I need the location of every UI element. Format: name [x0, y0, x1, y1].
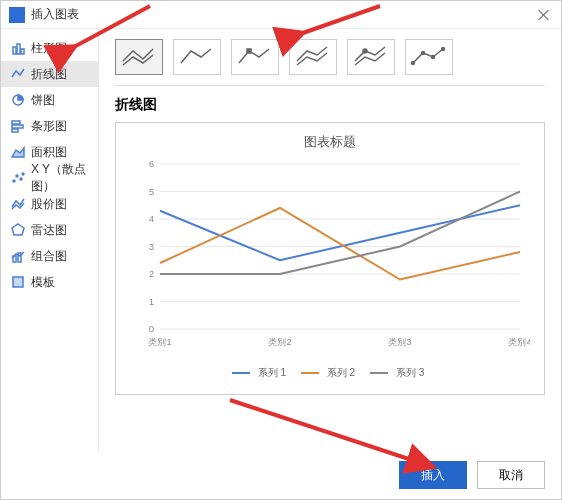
svg-rect-0 — [13, 47, 16, 54]
sidebar-item-pie[interactable]: 饼图 — [1, 87, 98, 113]
subtype-row — [115, 39, 545, 86]
sidebar-item-label: 柱形图 — [31, 40, 67, 57]
template-icon — [11, 275, 25, 289]
sidebar-item-label: X Y（散点图） — [31, 161, 98, 195]
subtype-option-2[interactable] — [173, 39, 221, 75]
sidebar-item-label: 饼图 — [31, 92, 55, 109]
sidebar-item-label: 条形图 — [31, 118, 67, 135]
sidebar-item-label: 股价图 — [31, 196, 67, 213]
svg-rect-14 — [18, 253, 21, 262]
area-icon — [11, 145, 25, 159]
section-title: 折线图 — [115, 96, 545, 114]
scatter-icon — [11, 171, 25, 185]
sidebar-item-bar[interactable]: 条形图 — [1, 113, 98, 139]
column-icon — [11, 41, 25, 55]
subtype-option-3[interactable] — [231, 39, 279, 75]
subtype-option-4[interactable] — [289, 39, 337, 75]
svg-rect-15 — [13, 277, 23, 287]
dialog-footer: 插入 取消 — [1, 451, 561, 499]
svg-point-18 — [412, 62, 415, 65]
sidebar-item-label: 组合图 — [31, 248, 67, 265]
sidebar-item-label: 折线图 — [31, 66, 67, 83]
svg-point-10 — [20, 178, 22, 180]
svg-rect-6 — [12, 129, 18, 132]
svg-text:5: 5 — [149, 187, 154, 197]
svg-rect-2 — [21, 49, 24, 54]
sidebar-item-label: 模板 — [31, 274, 55, 291]
svg-text:2: 2 — [149, 269, 154, 279]
svg-text:6: 6 — [149, 159, 154, 169]
sidebar-item-column[interactable]: 柱形图 — [1, 35, 98, 61]
subtype-option-1[interactable] — [115, 39, 163, 75]
chart-canvas: 0123456类别1类别2类别3类别4 — [130, 159, 530, 359]
cancel-button[interactable]: 取消 — [477, 461, 545, 489]
svg-point-17 — [363, 49, 367, 53]
sidebar-item-scatter[interactable]: X Y（散点图） — [1, 165, 98, 191]
sidebar-item-label: 面积图 — [31, 144, 67, 161]
sidebar-item-line[interactable]: 折线图 — [1, 61, 98, 87]
svg-marker-7 — [12, 148, 24, 157]
subtype-option-6[interactable] — [405, 39, 453, 75]
close-icon[interactable] — [535, 6, 553, 24]
chart-legend: 系列 1 系列 2 系列 3 — [130, 365, 530, 380]
titlebar: 插入图表 — [1, 1, 561, 29]
svg-rect-1 — [17, 44, 20, 54]
sidebar: 柱形图折线图饼图条形图面积图X Y（散点图）股价图雷达图组合图模板 — [1, 29, 99, 451]
svg-point-8 — [13, 180, 15, 182]
pie-icon — [11, 93, 25, 107]
dialog-title: 插入图表 — [31, 6, 535, 23]
svg-text:类别4: 类别4 — [508, 337, 530, 347]
svg-text:4: 4 — [149, 214, 154, 224]
svg-text:类别3: 类别3 — [388, 337, 411, 347]
chart-title: 图表标题 — [130, 133, 530, 151]
svg-rect-4 — [12, 121, 20, 124]
sidebar-item-label: 雷达图 — [31, 222, 67, 239]
svg-text:类别1: 类别1 — [148, 337, 171, 347]
subtype-option-5[interactable] — [347, 39, 395, 75]
svg-point-19 — [422, 52, 425, 55]
line-icon — [11, 67, 25, 81]
combo-icon — [11, 249, 25, 263]
svg-point-21 — [442, 48, 445, 51]
radar-icon — [11, 223, 25, 237]
sidebar-item-combo[interactable]: 组合图 — [1, 243, 98, 269]
app-icon — [9, 7, 25, 23]
chart-preview: 图表标题 0123456类别1类别2类别3类别4 系列 1 系列 2 系列 3 — [115, 122, 545, 395]
svg-point-9 — [16, 175, 18, 177]
svg-point-11 — [22, 173, 24, 175]
svg-rect-16 — [247, 49, 251, 53]
bar-icon — [11, 119, 25, 133]
stock-icon — [11, 197, 25, 211]
svg-text:0: 0 — [149, 324, 154, 334]
svg-text:3: 3 — [149, 242, 154, 252]
svg-marker-12 — [12, 224, 24, 235]
svg-text:1: 1 — [149, 297, 154, 307]
insert-button[interactable]: 插入 — [399, 461, 467, 489]
sidebar-item-radar[interactable]: 雷达图 — [1, 217, 98, 243]
svg-text:类别2: 类别2 — [268, 337, 291, 347]
svg-point-20 — [432, 56, 435, 59]
sidebar-item-template[interactable]: 模板 — [1, 269, 98, 295]
svg-rect-5 — [12, 125, 23, 128]
